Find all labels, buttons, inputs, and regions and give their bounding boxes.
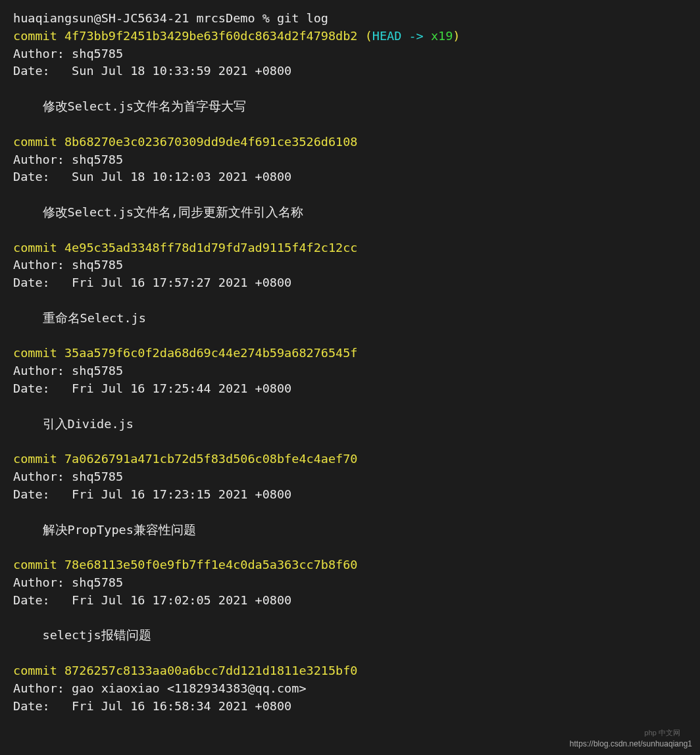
commit-date: Date: Sun Jul 18 10:12:03 2021 +0800 xyxy=(13,170,291,183)
terminal-output: huaqiangsun@SH-JC5634-21 mrcsDemo % git … xyxy=(13,10,687,716)
commit-message: 重命名Select.js xyxy=(13,311,146,325)
commit-author: Author: shq5785 xyxy=(13,575,130,589)
commit-hash: commit 78e68113e50f0e9fb7ff1e4c0da5a363c… xyxy=(13,558,357,572)
commit-author: Author: gao xiaoxiao <1182934383@qq.com> xyxy=(13,681,307,695)
commit-hash: commit 4e95c35ad3348ff78d1d79fd7ad9115f4… xyxy=(13,241,357,255)
branch-name: x19 xyxy=(431,29,453,43)
commit-message: selectjs报错问题 xyxy=(13,628,151,642)
commit-author: Author: shq5785 xyxy=(13,364,130,378)
commit-date: Date: Fri Jul 16 17:23:15 2021 +0800 xyxy=(13,487,291,501)
head-ref: HEAD -> xyxy=(372,29,431,43)
commit-hash: commit 8b68270e3c023670309dd9de4f691ce35… xyxy=(13,135,357,149)
commit-hash: commit 4f73bb9f2451b3429be63f60dc8634d2f… xyxy=(13,29,357,43)
commit-date: Date: Fri Jul 16 17:57:27 2021 +0800 xyxy=(13,276,291,289)
commit-hash: commit 8726257c8133aa00a6bcc7dd121d1811e… xyxy=(13,664,357,677)
commit-hash: commit 7a0626791a471cb72d5f83d506c08bfe4… xyxy=(13,452,357,466)
commit-message: 修改Select.js文件名,同步更新文件引入名称 xyxy=(13,205,303,219)
watermark-logo: php 中文网 xyxy=(645,728,680,739)
commit-message: 引入Divide.js xyxy=(13,417,134,431)
commit-author: Author: shq5785 xyxy=(13,470,130,483)
commit-date: Date: Fri Jul 16 17:02:05 2021 +0800 xyxy=(13,593,291,607)
commit-message: 修改Select.js文件名为首字母大写 xyxy=(13,99,246,113)
ref-paren-open: ( xyxy=(365,29,372,43)
commit-date: Date: Sun Jul 18 10:33:59 2021 +0800 xyxy=(13,64,291,78)
commit-author: Author: shq5785 xyxy=(13,47,130,61)
commit-author: Author: shq5785 xyxy=(13,153,130,166)
commit-date: Date: Fri Jul 16 16:58:34 2021 +0800 xyxy=(13,699,291,713)
watermark-url: https://blog.csdn.net/sunhuaqiang1 xyxy=(570,739,692,750)
shell-prompt: huaqiangsun@SH-JC5634-21 mrcsDemo % git … xyxy=(13,11,328,25)
commit-date: Date: Fri Jul 16 17:25:44 2021 +0800 xyxy=(13,381,291,395)
commit-hash: commit 35aa579f6c0f2da68d69c44e274b59a68… xyxy=(13,346,357,360)
commit-message: 解决PropTypes兼容性问题 xyxy=(13,523,196,537)
commit-author: Author: shq5785 xyxy=(13,258,130,272)
ref-paren-close: ) xyxy=(453,29,460,43)
